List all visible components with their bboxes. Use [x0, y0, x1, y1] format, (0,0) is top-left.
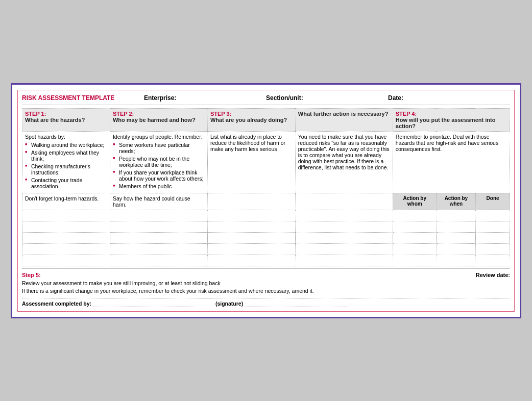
inner-border: RISK ASSESSMENT TEMPLATE Enterprise: Sec…: [17, 90, 515, 312]
action-by-when-header: Action by when: [437, 193, 475, 210]
main-content-row: Spot hazards by: Walking around the work…: [22, 131, 510, 193]
step5-header: Step 5: Review date:: [22, 272, 510, 278]
step4a-footer-empty: [295, 193, 393, 210]
step4a-content: You need to make sure that you have redu…: [295, 131, 393, 193]
step4b-content: Remember to prioritize. Deal with those …: [393, 131, 510, 193]
bullet-item: Asking employees what they think;: [25, 149, 107, 162]
bullet-item: Members of the public: [113, 183, 205, 189]
data-row-3: [22, 232, 510, 243]
step1-content: Spot hazards by: Walking around the work…: [22, 131, 110, 193]
footer-content-row: Don't forget long-term hazards. Say how …: [22, 193, 510, 210]
step4b-header: STEP 4: How will you put the assessment …: [393, 108, 510, 131]
step3-footer-empty: [207, 193, 295, 210]
data-row-1: [22, 210, 510, 221]
step3-content: List what is already in place to reduce …: [207, 131, 295, 193]
header-row: RISK ASSESSMENT TEMPLATE Enterprise: Sec…: [22, 94, 510, 105]
data-row-5: [22, 255, 510, 266]
bullet-item: Contacting your trade association.: [25, 177, 107, 189]
bullet-item: People who may not be in the workplace a…: [113, 156, 205, 168]
step1-bullets: Walking around the workplace; Asking emp…: [25, 142, 107, 189]
bullet-item: Walking around the workplace;: [25, 142, 107, 148]
data-row-4: [22, 243, 510, 255]
enterprise-field: Enterprise:: [144, 94, 266, 102]
section-field: Section/unit:: [266, 94, 388, 102]
step1-header: STEP 1: What are the hazards?: [22, 108, 110, 131]
step2-bullets: Some workers have particular needs; Peop…: [113, 142, 205, 189]
step-header-row: STEP 1: What are the hazards? STEP 2: Wh…: [22, 108, 510, 131]
assessment-completed-by: Assessment completed by:: [22, 300, 195, 307]
data-row-2: [22, 221, 510, 232]
action-by-whom-header: Action by whom: [393, 193, 437, 210]
signature-field: (signature): [215, 300, 347, 307]
review-date-label: Review date:: [476, 272, 510, 278]
step2-header: STEP 2: Who may be harmed and how?: [110, 108, 207, 131]
step5-line2: If there is a significant change in your…: [22, 288, 510, 294]
step5-line1: Review your assessment to make you are s…: [22, 280, 510, 286]
main-table: STEP 1: What are the hazards? STEP 2: Wh…: [22, 108, 510, 266]
done-header: Done: [476, 193, 510, 210]
outer-border: RISK ASSESSMENT TEMPLATE Enterprise: Sec…: [11, 83, 521, 318]
step3-header: STEP 3: What are you already doing?: [207, 108, 295, 131]
step5-label: Step 5:: [22, 272, 41, 278]
bullet-item: If you share your workplace think about …: [113, 169, 205, 182]
header-title: RISK ASSESSMENT TEMPLATE: [22, 94, 144, 102]
step2-footer: Say how the hazard could cause harm.: [110, 193, 207, 210]
bullet-item: Some workers have particular needs;: [113, 142, 205, 154]
step5-section: Step 5: Review date: Review your assessm…: [22, 268, 510, 294]
step1-footer: Don't forget long-term hazards.: [22, 193, 110, 210]
assessment-footer: Assessment completed by: (signature): [22, 298, 510, 307]
date-field: Date:: [388, 94, 510, 102]
bullet-item: Checking manufacturer's instructions;: [25, 163, 107, 176]
step2-content: Identify groups of people. Remember: Som…: [110, 131, 207, 193]
step4a-header: What further action is necessary?: [295, 108, 393, 131]
